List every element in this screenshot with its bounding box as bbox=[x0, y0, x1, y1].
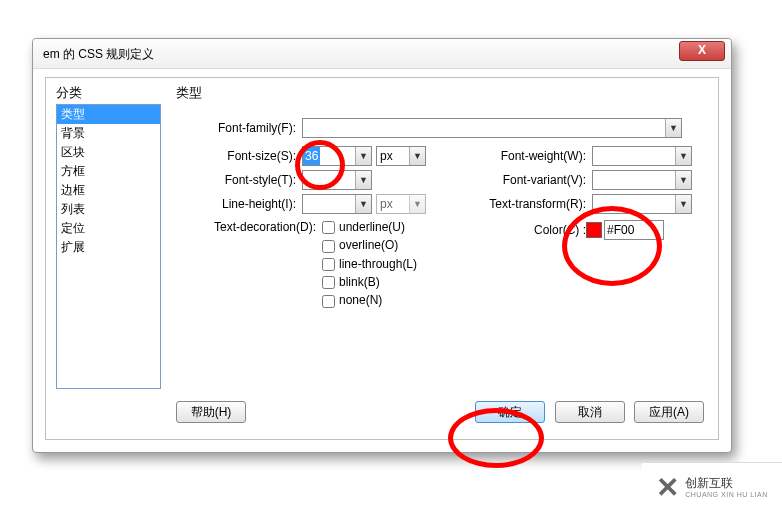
underline-checkbox[interactable] bbox=[322, 221, 335, 234]
underline-label: underline(U) bbox=[339, 220, 405, 234]
overline-label: overline(O) bbox=[339, 238, 398, 252]
text-transform-combo[interactable]: ▼ bbox=[592, 194, 692, 214]
ok-button[interactable]: 确定 bbox=[475, 401, 545, 423]
dialog-content: 分类 类型 类型 背景 区块 方框 边框 列表 定位 扩展 Font-famil… bbox=[45, 77, 719, 440]
list-item[interactable]: 背景 bbox=[57, 124, 160, 143]
font-style-label: Font-style(T): bbox=[176, 173, 296, 187]
font-family-label: Font-family(F): bbox=[176, 121, 296, 135]
color-label: Color(C) : bbox=[506, 223, 586, 237]
font-style-combo[interactable]: ▼ bbox=[302, 170, 372, 190]
text-decoration-label: Text-decoration(D): bbox=[176, 220, 316, 234]
none-label: none(N) bbox=[339, 293, 382, 307]
chevron-down-icon: ▼ bbox=[355, 147, 371, 165]
apply-button[interactable]: 应用(A) bbox=[634, 401, 704, 423]
chevron-down-icon: ▼ bbox=[675, 171, 691, 189]
chevron-down-icon: ▼ bbox=[409, 195, 425, 213]
list-item[interactable]: 边框 bbox=[57, 181, 160, 200]
close-button[interactable]: X bbox=[679, 41, 725, 61]
none-checkbox[interactable] bbox=[322, 295, 335, 308]
chevron-down-icon: ▼ bbox=[675, 195, 691, 213]
list-item[interactable]: 类型 bbox=[57, 105, 160, 124]
dialog-footer: 帮助(H) 确定 取消 应用(A) bbox=[176, 401, 704, 425]
font-weight-label: Font-weight(W): bbox=[466, 149, 586, 163]
chevron-down-icon: ▼ bbox=[355, 171, 371, 189]
list-item[interactable]: 扩展 bbox=[57, 238, 160, 257]
logo-text: 创新互联 bbox=[685, 476, 768, 490]
chevron-down-icon: ▼ bbox=[675, 147, 691, 165]
logo-icon: ✕ bbox=[656, 471, 679, 504]
logo-pinyin: CHUANG XIN HU LIAN bbox=[685, 491, 768, 499]
font-size-combo[interactable]: 36 ▼ bbox=[302, 146, 372, 166]
cancel-button[interactable]: 取消 bbox=[555, 401, 625, 423]
css-rule-dialog: em 的 CSS 规则定义 X 分类 类型 类型 背景 区块 方框 边框 列表 … bbox=[32, 38, 732, 453]
watermark-logo: ✕ 创新互联 CHUANG XIN HU LIAN bbox=[642, 462, 782, 512]
titlebar: em 的 CSS 规则定义 X bbox=[33, 39, 731, 69]
list-item[interactable]: 区块 bbox=[57, 143, 160, 162]
decoration-group: underline(U) overline(O) line-through(L)… bbox=[322, 220, 417, 308]
blink-label: blink(B) bbox=[339, 275, 380, 289]
help-button[interactable]: 帮助(H) bbox=[176, 401, 246, 423]
font-variant-combo[interactable]: ▼ bbox=[592, 170, 692, 190]
overline-checkbox[interactable] bbox=[322, 240, 335, 253]
chevron-down-icon: ▼ bbox=[665, 119, 681, 137]
list-item[interactable]: 定位 bbox=[57, 219, 160, 238]
font-variant-label: Font-variant(V): bbox=[466, 173, 586, 187]
font-size-label: Font-size(S): bbox=[176, 149, 296, 163]
line-through-checkbox[interactable] bbox=[322, 258, 335, 271]
category-listbox[interactable]: 类型 背景 区块 方框 边框 列表 定位 扩展 bbox=[56, 104, 161, 389]
blink-checkbox[interactable] bbox=[322, 276, 335, 289]
color-input[interactable] bbox=[604, 220, 664, 240]
line-height-label: Line-height(I): bbox=[176, 197, 296, 211]
form-area: Font-family(F): ▼ Font-size(S): 36 ▼ px … bbox=[176, 108, 708, 388]
list-item[interactable]: 方框 bbox=[57, 162, 160, 181]
chevron-down-icon: ▼ bbox=[355, 195, 371, 213]
line-height-unit-combo[interactable]: px ▼ bbox=[376, 194, 426, 214]
category-header: 分类 bbox=[56, 84, 82, 102]
line-through-label: line-through(L) bbox=[339, 257, 417, 271]
type-header: 类型 bbox=[176, 84, 202, 102]
text-transform-label: Text-transform(R): bbox=[466, 197, 586, 211]
list-item[interactable]: 列表 bbox=[57, 200, 160, 219]
font-size-unit-combo[interactable]: px ▼ bbox=[376, 146, 426, 166]
color-swatch[interactable] bbox=[586, 222, 602, 238]
font-family-combo[interactable]: ▼ bbox=[302, 118, 682, 138]
line-height-combo[interactable]: ▼ bbox=[302, 194, 372, 214]
dialog-title: em 的 CSS 规则定义 bbox=[43, 47, 154, 61]
font-weight-combo[interactable]: ▼ bbox=[592, 146, 692, 166]
chevron-down-icon: ▼ bbox=[409, 147, 425, 165]
